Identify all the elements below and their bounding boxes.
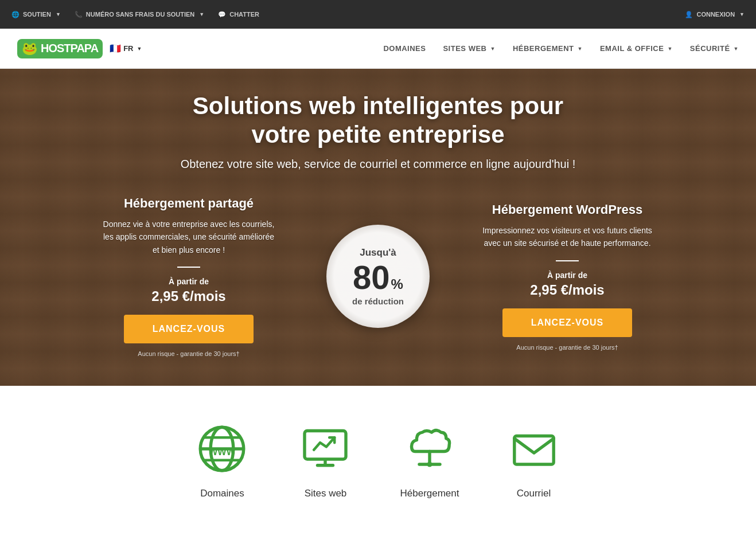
chat-menu[interactable]: 💬 CHATTER	[218, 11, 259, 18]
email-dropdown-icon: ▼	[667, 46, 672, 52]
feature-hebergement-label: Hébergement	[400, 488, 459, 499]
hero-right-divider	[556, 260, 579, 261]
phone-icon: 📞	[75, 11, 83, 18]
hero-right-cta-button[interactable]: LANCEZ-VOUS	[502, 308, 633, 337]
feature-courriel[interactable]: Courriel	[505, 420, 563, 499]
phone-dropdown-icon: ▼	[199, 11, 204, 17]
top-bar: 🌐 SOUTIEN ▼ 📞 NUMÉRO SANS FRAIS DU SOUTI…	[0, 0, 756, 29]
connexion-label: CONNEXION	[696, 11, 735, 18]
hero-left-divider	[177, 267, 200, 268]
user-icon: 👤	[685, 11, 693, 18]
hero-right-col: Hébergement WordPress Impressionnez vos …	[441, 202, 693, 351]
globe-icon: WWW	[193, 420, 251, 478]
hero-left-price-label: À partir de	[80, 277, 298, 286]
feature-sites-web-label: Sites web	[305, 488, 347, 499]
nav-email-office[interactable]: EMAIL & OFFICE ▼	[600, 44, 673, 53]
connexion-menu[interactable]: 👤 CONNEXION ▼	[685, 11, 745, 18]
hero-left-title: Hébergement partagé	[80, 196, 298, 211]
badge-percent-number: 80	[353, 261, 390, 294]
svg-text:WWW: WWW	[209, 447, 236, 457]
hero-left-col: Hébergement partagé Donnez vie à votre e…	[63, 196, 315, 357]
hero-right-title: Hébergement WordPress	[458, 202, 676, 217]
monitor-icon	[297, 420, 354, 478]
hero-right-desc: Impressionnez vos visiteurs et vos futur…	[458, 224, 676, 250]
soutien-menu[interactable]: 🌐 SOUTIEN ▼	[11, 11, 61, 18]
feature-courriel-label: Courriel	[517, 488, 551, 499]
lang-dropdown-icon: ▼	[137, 46, 142, 52]
logo-area[interactable]: 🐸 HOSTPAPA	[17, 39, 103, 58]
phone-menu[interactable]: 📞 NUMÉRO SANS FRAIS DU SOUTIEN ▼	[75, 11, 204, 18]
badge-line1: Jusqu'à	[360, 247, 396, 259]
nav-hebergement[interactable]: HÉBERGEMENT ▼	[513, 44, 583, 53]
hero-left-guarantee: Aucun risque - garantie de 30 jours†	[80, 350, 298, 357]
cloud-icon	[401, 420, 458, 478]
hero-subtitle: Obtenez votre site web, service de courr…	[181, 158, 576, 171]
securite-dropdown-icon: ▼	[734, 46, 739, 52]
main-nav: 🐸 HOSTPAPA 🇫🇷 FR ▼ DOMAINES SITES WEB ▼ …	[0, 29, 756, 69]
svg-point-11	[427, 461, 432, 467]
hero-left-price: 2,95 €/mois	[80, 288, 298, 304]
lang-selector[interactable]: 🇫🇷 FR ▼	[110, 43, 142, 54]
soutien-label: SOUTIEN	[23, 11, 51, 18]
nav-links: DOMAINES SITES WEB ▼ HÉBERGEMENT ▼ EMAIL…	[383, 44, 739, 53]
soutien-icon: 🌐	[11, 11, 20, 18]
sites-web-dropdown-icon: ▼	[490, 46, 495, 52]
nav-domaines[interactable]: DOMAINES	[383, 44, 426, 53]
phone-label: NUMÉRO SANS FRAIS DU SOUTIEN	[86, 11, 194, 18]
hero-right-guarantee: Aucun risque - garantie de 30 jours†	[458, 344, 676, 351]
hero-discount-badge: Jusqu'à 80 % de réduction	[326, 225, 430, 328]
chat-icon: 💬	[218, 11, 226, 18]
hero-right-price: 2,95 €/mois	[458, 282, 676, 298]
nav-securite[interactable]: SÉCURITÉ ▼	[690, 44, 739, 53]
mascot-icon: 🐸	[22, 41, 37, 56]
hero-left-desc: Donnez vie à votre entreprise avec les c…	[80, 218, 298, 256]
hero-right-price-label: À partir de	[458, 271, 676, 280]
top-bar-left: 🌐 SOUTIEN ▼ 📞 NUMÉRO SANS FRAIS DU SOUTI…	[11, 11, 259, 18]
lang-label: FR	[123, 44, 133, 53]
hero-section: Solutions web intelligentes pourvotre pe…	[0, 69, 756, 386]
logo-box: 🐸 HOSTPAPA	[17, 39, 103, 58]
badge-percent-sign: %	[391, 276, 403, 292]
svg-rect-12	[514, 436, 553, 464]
chat-label: CHATTER	[229, 11, 259, 18]
hebergement-dropdown-icon: ▼	[578, 46, 583, 52]
feature-hebergement[interactable]: Hébergement	[400, 420, 459, 499]
badge-line4: de réduction	[352, 296, 404, 306]
nav-sites-web[interactable]: SITES WEB ▼	[443, 44, 495, 53]
soutien-dropdown-icon: ▼	[56, 11, 61, 17]
features-section: WWW Domaines Sites web Hébe	[0, 386, 756, 522]
feature-sites-web[interactable]: Sites web	[297, 420, 354, 499]
hero-left-cta-button[interactable]: LANCEZ-VOUS	[124, 315, 254, 343]
flag-icon: 🇫🇷	[110, 43, 121, 54]
hero-columns: Hébergement partagé Donnez vie à votre e…	[63, 196, 693, 357]
feature-domaines-label: Domaines	[200, 488, 244, 499]
connexion-dropdown-icon: ▼	[739, 11, 745, 17]
logo-text: HOSTPAPA	[41, 42, 98, 55]
email-icon	[505, 420, 563, 478]
hero-badge-wrap: Jusqu'à 80 % de réduction	[315, 225, 441, 328]
feature-domaines[interactable]: WWW Domaines	[193, 420, 251, 499]
hero-title: Solutions web intelligentes pourvotre pe…	[193, 92, 563, 150]
